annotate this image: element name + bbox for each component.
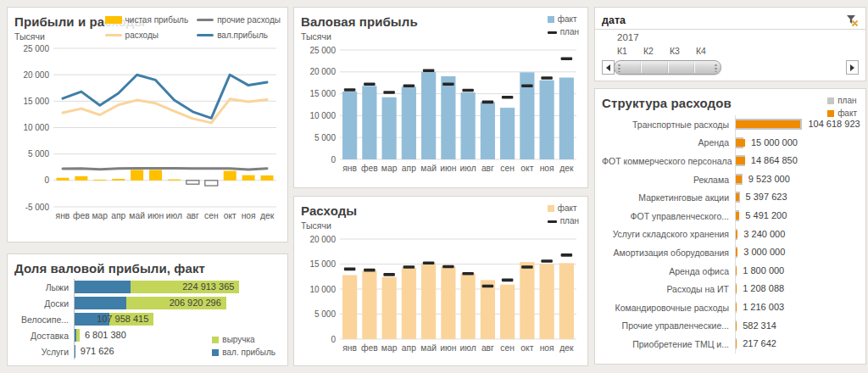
fact-bar: [736, 157, 745, 164]
quarter-label[interactable]: К2: [643, 46, 670, 58]
fact-bar: [736, 231, 737, 238]
category-label: Приобретение ТМЦ и...: [602, 339, 735, 349]
category-label: Услуги: [14, 347, 74, 357]
legend-swatch-square: [548, 205, 554, 212]
bar-area: 582 314: [735, 317, 859, 336]
value-label: 104 618 923: [808, 118, 860, 131]
bar-area: 3 240 000: [735, 225, 859, 244]
plan-marker: [561, 253, 572, 257]
chart-legend: чистая прибыльрасходыпрочие расходывал.п…: [105, 14, 281, 42]
fact-bar: [441, 266, 455, 339]
legend-label: выручка: [222, 335, 254, 345]
legend-item: факт: [548, 14, 579, 25]
legend-label: план: [560, 216, 579, 226]
fact-bar: [520, 262, 534, 339]
chart-legend: фактплан: [548, 203, 579, 226]
x-tick-label: апр: [402, 343, 416, 353]
bar-area: 1 216 003: [735, 298, 859, 317]
value-label: 14 864 850: [751, 154, 798, 167]
x-tick-label: авг: [186, 211, 199, 220]
fact-bar: [441, 76, 455, 159]
legend-label: расходы: [125, 31, 159, 41]
fact-bar: [402, 268, 416, 339]
fact-bar: [559, 78, 574, 159]
quarter-label[interactable]: К4: [696, 46, 722, 58]
legend-item: чистая прибыль: [105, 14, 189, 26]
quarter-label[interactable]: К1: [617, 46, 643, 58]
fact-bar: [736, 267, 737, 275]
selection-grip-left[interactable]: [618, 64, 620, 72]
bar-area: 224 913 365: [74, 279, 281, 295]
timeline-track: [602, 59, 859, 76]
chart-title: Доля валовой прибыли, факт: [14, 261, 281, 276]
x-tick-label: май: [129, 211, 145, 220]
y-tick-label: 15 000: [309, 259, 336, 269]
category-label: Реклама: [602, 175, 735, 185]
fact-bar: [540, 264, 554, 340]
slicer-divider: [595, 29, 865, 30]
x-tick-label: июл: [166, 211, 182, 220]
chart-row: ФОТ управленческого...5 491 200: [602, 207, 859, 225]
bar: [242, 175, 255, 181]
category-label: Прочие управленческие...: [602, 320, 735, 331]
value-label: 9 523 000: [748, 173, 790, 186]
legend-item: факт: [827, 109, 857, 119]
y-tick-label: 5 000: [28, 149, 49, 159]
bar-area: 217 642: [735, 335, 859, 354]
chart-row: Аренда офиса1 800 000: [602, 262, 859, 281]
fact-bar: [500, 108, 515, 159]
gross-profit-chart: 25 00020 00015 00010 0005 0000янвфевмара…: [301, 43, 581, 177]
y-tick-label: 0: [44, 175, 49, 185]
fact-bar: [342, 92, 357, 159]
plan-marker: [482, 285, 493, 288]
x-tick-label: фев: [73, 211, 90, 220]
timeline-selection-handle[interactable]: [614, 60, 721, 75]
x-tick-label: ноя: [540, 164, 554, 173]
bar-area: 3 000 000: [735, 243, 859, 262]
x-tick-label: июл: [459, 164, 476, 173]
plan-marker: [502, 96, 513, 99]
plan-marker: [482, 101, 493, 104]
category-label: Доски: [14, 298, 74, 309]
fact-bar: [382, 277, 397, 339]
fact-bar: [481, 280, 495, 339]
legend-swatch-square: [212, 349, 219, 356]
bar-area: 14 864 850: [735, 152, 859, 170]
x-tick-label: июн: [440, 164, 456, 173]
y-tick-label: 25 000: [309, 46, 336, 55]
chart-row: Командировочные расходы1 216 003: [602, 298, 859, 317]
legend-item: план: [827, 96, 857, 106]
clear-filter-icon[interactable]: [845, 14, 859, 27]
fact-bar: [736, 139, 745, 147]
x-tick-label: авг: [481, 164, 494, 173]
scroll-right-icon: [850, 64, 854, 71]
legend-item: выручка: [212, 335, 275, 345]
chart-row: Лыжи224 913 365: [14, 279, 281, 295]
chart-row: Прочие управленческие...582 314: [602, 317, 859, 336]
bar-area: 5 397 623: [735, 188, 859, 207]
panel-expenses: Расходы фактплан Тысячи 20 00015 00010 0…: [293, 196, 588, 366]
x-tick-label: май: [420, 164, 437, 173]
quarter-label[interactable]: К3: [670, 46, 696, 58]
panel-gross-profit: Валовая прибыль фактплан Тысячи 25 00020…: [293, 7, 588, 188]
chart-row: Расходы на ИТ1 208 088: [602, 280, 859, 298]
category-label: ФОТ управленческого...: [602, 211, 735, 221]
bar: [56, 178, 69, 181]
chart-legend: фактплан: [548, 14, 579, 37]
selection-grip-right[interactable]: [715, 64, 717, 72]
y-tick-label: 10 000: [309, 285, 336, 294]
x-tick-label: сен: [500, 343, 515, 353]
fact-bar: [736, 340, 737, 348]
bar: [149, 170, 162, 180]
dashboard: Прибыли и расходы чистая прибыльрасходып…: [0, 0, 868, 373]
legend-swatch-square: [827, 110, 834, 117]
series-line: [63, 169, 267, 170]
gross-profit-bar: [75, 281, 131, 293]
timeline-scroll-right-button[interactable]: [846, 60, 859, 75]
bar: [261, 175, 274, 181]
timeline-scroll-left-button[interactable]: [602, 60, 615, 75]
fact-bar: [402, 86, 416, 159]
x-tick-label: янв: [342, 164, 357, 173]
plan-marker: [364, 269, 375, 272]
fact-bar: [461, 274, 476, 339]
